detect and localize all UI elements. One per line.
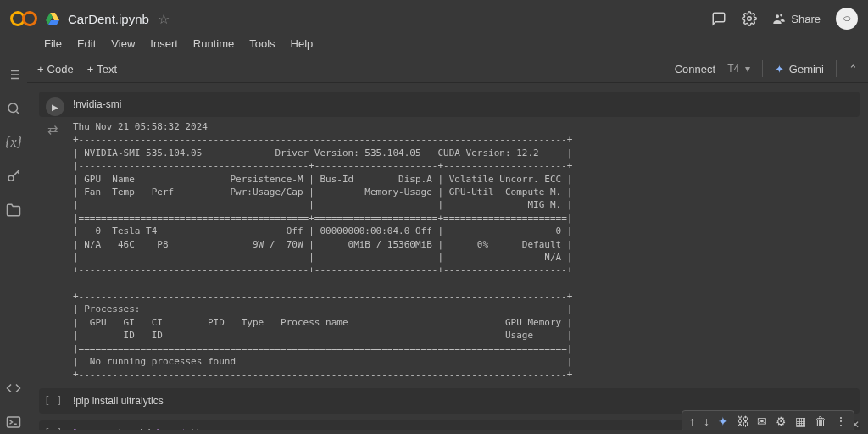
link-icon[interactable]: ⛓ (737, 415, 748, 428)
cell-toolbar: ↑ ↓ ✦ ⛓ ✉ ⚙ ▦ 🗑 ⋮ (682, 410, 854, 430)
star-icon[interactable]: ☆ (158, 11, 170, 27)
left-sidebar: {x} (0, 55, 27, 430)
code-cell[interactable]: ▶ !nvidia-smi ⇄ Thu Nov 21 05:58:32 2024… (39, 92, 860, 381)
menu-edit[interactable]: Edit (77, 37, 96, 50)
drive-icon (46, 13, 59, 25)
gemini-button[interactable]: ✦Gemini (775, 63, 824, 75)
colab-logo[interactable] (10, 11, 37, 26)
svg-point-3 (748, 17, 752, 21)
notebook-toolbar: + Code + Text Connect T4 ▾ ✦Gemini ⌃ (27, 55, 868, 83)
runtime-type[interactable]: T4 ▾ (727, 63, 750, 75)
execution-count: [ ] (44, 395, 63, 407)
run-button[interactable]: ▶ (46, 97, 64, 116)
comment-icon[interactable] (711, 11, 726, 26)
add-text-button[interactable]: + Text (87, 63, 117, 75)
folder-icon[interactable] (6, 203, 21, 218)
settings-icon[interactable] (742, 11, 757, 26)
code-snippets-icon[interactable] (6, 381, 21, 396)
notebook-content: ▶ !nvidia-smi ⇄ Thu Nov 21 05:58:32 2024… (27, 83, 868, 430)
header-bar: CarDent.ipynb ☆ Share ⬭ (0, 0, 868, 37)
mirror-icon[interactable]: ▦ (795, 415, 806, 428)
comment-cell-icon[interactable]: ✉ (757, 415, 767, 428)
menu-view[interactable]: View (111, 37, 135, 50)
search-icon[interactable] (6, 101, 21, 116)
menu-bar: File Edit View Insert Runtime Tools Help (0, 37, 868, 55)
execution-count: [ ] (44, 427, 63, 430)
terminal-icon[interactable] (6, 415, 21, 430)
svg-rect-17 (8, 417, 20, 427)
cell-code[interactable]: from google.colab import drivedrive.moun… (73, 427, 209, 430)
move-down-icon[interactable]: ↓ (704, 415, 709, 428)
connect-button[interactable]: Connect (675, 63, 715, 75)
svg-point-12 (8, 103, 18, 113)
cell-code[interactable]: !pip install ultralytics (73, 395, 164, 407)
svg-line-16 (18, 172, 19, 174)
svg-point-5 (780, 14, 782, 17)
output-toggle-icon[interactable]: ⇄ (42, 120, 63, 381)
cell-code[interactable]: !nvidia-smi (73, 98, 121, 110)
cell-output: ⇄ Thu Nov 21 05:58:32 2024 +------------… (39, 120, 860, 381)
code-cell[interactable]: ↑ ↓ ✦ ⛓ ✉ ⚙ ▦ 🗑 ⋮ [ ] from google.colab … (39, 420, 860, 430)
menu-tools[interactable]: Tools (249, 37, 275, 50)
menu-insert[interactable]: Insert (150, 37, 178, 50)
add-code-button[interactable]: + Code (37, 63, 74, 75)
toc-icon[interactable] (6, 67, 21, 82)
variables-icon[interactable]: {x} (5, 135, 22, 150)
secrets-icon[interactable] (6, 169, 21, 184)
collapse-icon[interactable]: ⌃ (849, 63, 858, 75)
cell-settings-icon[interactable]: ⚙ (776, 415, 787, 428)
notebook-title[interactable]: CarDent.ipynb (68, 12, 149, 26)
menu-file[interactable]: File (44, 37, 62, 50)
move-up-icon[interactable]: ↑ (689, 415, 695, 428)
delete-icon[interactable]: 🗑 (815, 415, 826, 428)
output-text: Thu Nov 21 05:58:32 2024 +--------------… (73, 120, 572, 381)
user-avatar[interactable]: ⬭ (836, 8, 858, 30)
menu-help[interactable]: Help (291, 37, 314, 50)
gemini-cell-icon[interactable]: ✦ (718, 415, 728, 428)
svg-line-13 (16, 111, 19, 114)
more-icon[interactable]: ⋮ (835, 415, 847, 428)
menu-runtime[interactable]: Runtime (193, 37, 234, 50)
svg-point-4 (776, 14, 779, 18)
share-button[interactable]: Share (772, 12, 821, 25)
svg-point-14 (8, 175, 14, 181)
